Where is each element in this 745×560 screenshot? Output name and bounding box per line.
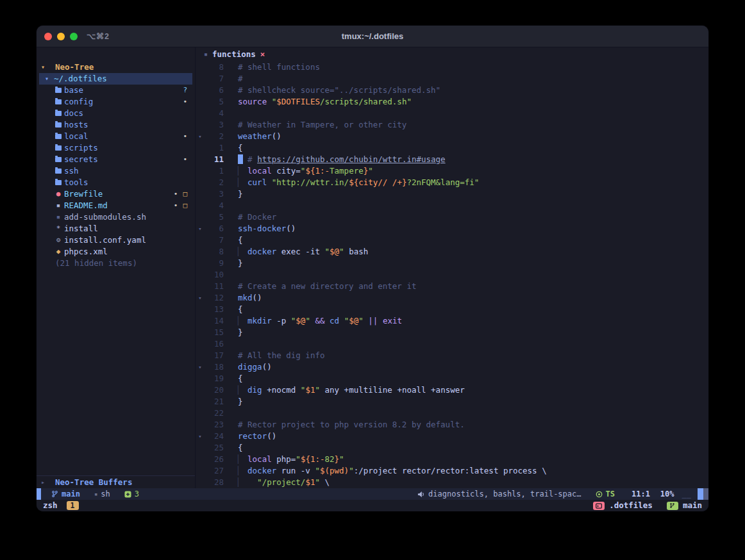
code-token: } xyxy=(238,189,243,199)
tree-item-hosts[interactable]: hosts xyxy=(37,119,195,131)
code-text xyxy=(224,269,238,281)
line-number: 1 xyxy=(205,165,224,177)
code-token: ▏ xyxy=(238,166,243,176)
code-line[interactable]: 17# All the dig info xyxy=(196,350,708,361)
code-token: " xyxy=(339,247,344,256)
tmux-window-index-badge[interactable]: 1 xyxy=(67,501,79,510)
code-line[interactable]: 19{ xyxy=(196,373,708,384)
code-token: " xyxy=(339,454,344,464)
tree-item-config[interactable]: config• xyxy=(37,96,195,108)
code-token: 82 xyxy=(325,454,335,464)
code-line[interactable]: 2▏ curl "http://wttr.in/${city// /+}?2nF… xyxy=(196,177,708,188)
tmux-session-name[interactable]: .dotfiles xyxy=(609,500,653,511)
tree-item-base[interactable]: base? xyxy=(37,85,195,96)
tree-item-ssh[interactable]: ssh xyxy=(37,165,195,177)
line-number: 19 xyxy=(205,373,224,384)
code-token: "http://wttr.in/ xyxy=(272,177,349,187)
code-text: ▏ docker exec -it "$@" bash xyxy=(224,246,368,258)
code-line[interactable]: 5# Docker xyxy=(196,211,708,223)
fold-gutter xyxy=(196,350,205,361)
code-line[interactable]: 6# shellcheck source="../scripts/shared.… xyxy=(196,85,708,96)
treesitter-segment: TS xyxy=(596,488,615,500)
fold-gutter xyxy=(196,154,205,165)
fold-gutter xyxy=(196,119,205,131)
code-token: $1 xyxy=(305,477,315,487)
code-line[interactable]: 11# Create a new directory and enter it xyxy=(196,281,708,292)
code-line[interactable]: 4 xyxy=(196,200,708,211)
code-line[interactable]: 25{ xyxy=(196,442,708,454)
code-line[interactable]: ▾12mkd() xyxy=(196,292,708,304)
code-token: mkd xyxy=(238,293,253,302)
code-text: ▏ docker run -v "$(pwd)":/project rector… xyxy=(224,465,547,477)
code-line[interactable]: 27▏ docker run -v "$(pwd)":/project rect… xyxy=(196,465,708,477)
tree-item-tools[interactable]: tools xyxy=(37,177,195,188)
code-line[interactable]: 14▏ mkdir -p "$@" && cd "$@" || exit xyxy=(196,315,708,327)
neo-tree-header: ▾ Neo-Tree xyxy=(37,62,195,73)
code-line[interactable]: 8# shell functions xyxy=(196,62,708,73)
code-line[interactable]: ▾6ssh-docker() xyxy=(196,223,708,235)
neo-tree-buffers-section[interactable]: ▸ Neo-Tree Buffers xyxy=(37,475,195,488)
code-line[interactable]: ▾2weather() xyxy=(196,131,708,142)
tree-item-secrets[interactable]: secrets• xyxy=(37,154,195,165)
tree-root-item[interactable]: ▾ ~/.dotfiles xyxy=(39,73,192,85)
code-line[interactable]: ▾24rector() xyxy=(196,431,708,442)
tree-item-scripts[interactable]: scripts xyxy=(37,142,195,154)
code-area[interactable]: 8# shell functions7#6# shellcheck source… xyxy=(196,62,708,488)
code-line[interactable]: 28▏ "/project/$1" \ xyxy=(196,477,708,488)
code-line[interactable]: 21} xyxy=(196,396,708,408)
tab-functions[interactable]: functions xyxy=(212,49,256,60)
fold-chevron-icon[interactable]: ▾ xyxy=(196,131,205,142)
tree-item-install[interactable]: *install xyxy=(37,223,195,235)
code-line[interactable]: 15} xyxy=(196,327,708,338)
tmux-branch-name[interactable]: main xyxy=(683,500,702,511)
fold-chevron-icon[interactable]: ▾ xyxy=(196,431,205,442)
fold-chevron-icon[interactable]: ▾ xyxy=(196,223,205,235)
tree-item-local[interactable]: local• xyxy=(37,131,195,142)
code-line[interactable]: 9} xyxy=(196,258,708,269)
code-line[interactable]: 20▏ dig +nocmd "$1" any +multiline +noal… xyxy=(196,384,708,396)
tree-item-label: secrets xyxy=(64,154,98,165)
code-line[interactable]: 7# xyxy=(196,73,708,85)
line-number: 13 xyxy=(205,304,224,315)
code-line[interactable]: 7{ xyxy=(196,235,708,246)
code-token: " xyxy=(305,316,310,325)
tree-item-phpcs-xml[interactable]: ◆phpcs.xml xyxy=(37,246,195,258)
fold-gutter xyxy=(196,188,205,200)
code-line[interactable]: 22 xyxy=(196,408,708,419)
tree-item-add-submodules-sh[interactable]: ▪add-submodules.sh xyxy=(37,211,195,223)
code-line[interactable]: 10 xyxy=(196,269,708,281)
code-line[interactable]: ▾18digga() xyxy=(196,361,708,373)
fold-gutter xyxy=(196,165,205,177)
tree-item-readme-md[interactable]: ▪README.md•□ xyxy=(37,200,195,211)
code-line[interactable]: 1{ xyxy=(196,142,708,154)
code-token: bash xyxy=(344,247,369,256)
tmux-window-name[interactable]: zsh xyxy=(43,500,58,511)
tree-item-brewfile[interactable]: ●Brewfile•□ xyxy=(37,188,195,200)
code-token: /scripts/shared.sh" xyxy=(320,97,412,106)
tmux-session-badge xyxy=(593,502,605,510)
close-buffer-icon[interactable]: × xyxy=(260,49,265,60)
fold-chevron-icon[interactable]: ▾ xyxy=(196,292,205,304)
code-line[interactable]: 16 xyxy=(196,338,708,350)
code-line[interactable]: 1▏ local city="${1:-Tampere}" xyxy=(196,165,708,177)
title-bar[interactable]: ⌥⌘2 tmux:~/.dotfiles xyxy=(37,26,708,47)
code-line[interactable]: 3# Weather in Tampere, or other city xyxy=(196,119,708,131)
code-line[interactable]: 3} xyxy=(196,188,708,200)
tree-item-install-conf-yaml[interactable]: ⚙install.conf.yaml xyxy=(37,235,195,246)
code-line[interactable]: 5source "$DOTFILES/scripts/shared.sh" xyxy=(196,96,708,108)
line-number: 9 xyxy=(205,258,224,269)
code-token: # Docker xyxy=(238,212,276,222)
code-line-current[interactable]: 11 # https://github.com/chubin/wttr.in#u… xyxy=(196,154,708,165)
code-line[interactable]: 4 xyxy=(196,108,708,119)
git-branch-segment: main xyxy=(51,488,80,500)
code-line[interactable]: 26▏ local php="${1:-82}" xyxy=(196,454,708,465)
code-token: ?2nFQM&lang=fi" xyxy=(406,177,479,187)
code-line[interactable]: 13{ xyxy=(196,304,708,315)
star-icon: * xyxy=(55,226,62,232)
code-line[interactable]: 8▏ docker exec -it "$@" bash xyxy=(196,246,708,258)
code-token: { xyxy=(238,374,243,383)
tree-item-docs[interactable]: docs xyxy=(37,108,195,119)
code-text: # Docker xyxy=(224,211,276,223)
fold-chevron-icon[interactable]: ▾ xyxy=(196,361,205,373)
code-line[interactable]: 23# Rector project to php version 8.2 by… xyxy=(196,419,708,431)
